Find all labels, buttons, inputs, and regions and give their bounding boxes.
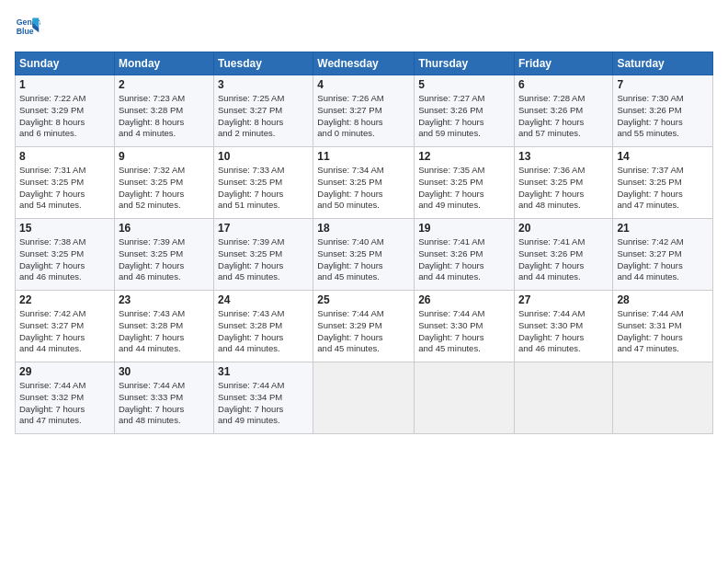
day-number: 1 <box>19 78 110 91</box>
calendar-cell: 16Sunrise: 7:39 AM Sunset: 3:25 PM Dayli… <box>114 219 213 291</box>
day-info: Sunrise: 7:22 AM Sunset: 3:29 PM Dayligh… <box>19 93 110 140</box>
calendar-cell: 15Sunrise: 7:38 AM Sunset: 3:25 PM Dayli… <box>16 219 115 291</box>
calendar-day-header: Sunday <box>16 52 115 75</box>
day-number: 8 <box>19 150 110 163</box>
calendar-cell: 18Sunrise: 7:40 AM Sunset: 3:25 PM Dayli… <box>313 219 415 291</box>
day-info: Sunrise: 7:42 AM Sunset: 3:27 PM Dayligh… <box>617 236 709 283</box>
calendar-cell: 20Sunrise: 7:41 AM Sunset: 3:26 PM Dayli… <box>514 219 612 291</box>
day-info: Sunrise: 7:32 AM Sunset: 3:25 PM Dayligh… <box>119 165 210 212</box>
calendar-cell: 17Sunrise: 7:39 AM Sunset: 3:25 PM Dayli… <box>214 219 313 291</box>
calendar-day-header: Saturday <box>613 52 713 75</box>
day-number: 13 <box>518 150 609 163</box>
calendar-cell: 1Sunrise: 7:22 AM Sunset: 3:29 PM Daylig… <box>16 75 115 147</box>
day-number: 15 <box>19 222 110 235</box>
calendar-day-header: Monday <box>114 52 213 75</box>
calendar-cell: 10Sunrise: 7:33 AM Sunset: 3:25 PM Dayli… <box>214 147 313 219</box>
day-number: 2 <box>119 78 210 91</box>
day-number: 7 <box>617 78 709 91</box>
day-info: Sunrise: 7:44 AM Sunset: 3:30 PM Dayligh… <box>418 308 510 355</box>
calendar-day-header: Friday <box>514 52 612 75</box>
calendar-cell: 19Sunrise: 7:41 AM Sunset: 3:26 PM Dayli… <box>415 219 515 291</box>
calendar-cell: 24Sunrise: 7:43 AM Sunset: 3:28 PM Dayli… <box>214 291 313 362</box>
calendar-header-row: SundayMondayTuesdayWednesdayThursdayFrid… <box>16 52 713 75</box>
calendar-day-header: Wednesday <box>313 52 415 75</box>
day-info: Sunrise: 7:44 AM Sunset: 3:29 PM Dayligh… <box>317 308 410 355</box>
calendar-cell: 5Sunrise: 7:27 AM Sunset: 3:26 PM Daylig… <box>415 75 515 147</box>
calendar-cell <box>313 362 415 434</box>
day-number: 14 <box>617 150 709 163</box>
day-number: 10 <box>218 150 309 163</box>
day-number: 27 <box>518 293 609 306</box>
calendar-cell: 9Sunrise: 7:32 AM Sunset: 3:25 PM Daylig… <box>114 147 213 219</box>
day-number: 24 <box>218 293 309 306</box>
day-info: Sunrise: 7:41 AM Sunset: 3:26 PM Dayligh… <box>418 236 510 283</box>
calendar-cell: 29Sunrise: 7:44 AM Sunset: 3:32 PM Dayli… <box>16 362 115 434</box>
calendar-cell: 2Sunrise: 7:23 AM Sunset: 3:28 PM Daylig… <box>114 75 213 147</box>
day-info: Sunrise: 7:42 AM Sunset: 3:27 PM Dayligh… <box>19 308 110 355</box>
day-info: Sunrise: 7:37 AM Sunset: 3:25 PM Dayligh… <box>617 165 709 212</box>
day-number: 11 <box>317 150 410 163</box>
day-number: 19 <box>418 222 510 235</box>
day-info: Sunrise: 7:27 AM Sunset: 3:26 PM Dayligh… <box>418 93 510 140</box>
calendar-day-header: Tuesday <box>214 52 313 75</box>
calendar-cell: 8Sunrise: 7:31 AM Sunset: 3:25 PM Daylig… <box>16 147 115 219</box>
day-info: Sunrise: 7:33 AM Sunset: 3:25 PM Dayligh… <box>218 165 309 212</box>
day-info: Sunrise: 7:44 AM Sunset: 3:34 PM Dayligh… <box>218 380 309 427</box>
day-info: Sunrise: 7:23 AM Sunset: 3:28 PM Dayligh… <box>119 93 210 140</box>
day-info: Sunrise: 7:39 AM Sunset: 3:25 PM Dayligh… <box>119 236 210 283</box>
calendar-cell <box>514 362 612 434</box>
calendar-cell: 27Sunrise: 7:44 AM Sunset: 3:30 PM Dayli… <box>514 291 612 362</box>
logo: General Blue <box>15 15 44 40</box>
day-number: 3 <box>218 78 309 91</box>
day-number: 12 <box>418 150 510 163</box>
day-number: 26 <box>418 293 510 306</box>
day-info: Sunrise: 7:41 AM Sunset: 3:26 PM Dayligh… <box>518 236 609 283</box>
day-info: Sunrise: 7:44 AM Sunset: 3:31 PM Dayligh… <box>617 308 709 355</box>
calendar-cell: 23Sunrise: 7:43 AM Sunset: 3:28 PM Dayli… <box>114 291 213 362</box>
day-number: 30 <box>119 365 210 378</box>
day-info: Sunrise: 7:40 AM Sunset: 3:25 PM Dayligh… <box>317 236 410 283</box>
day-info: Sunrise: 7:35 AM Sunset: 3:25 PM Dayligh… <box>418 165 510 212</box>
day-number: 6 <box>518 78 609 91</box>
calendar-cell: 21Sunrise: 7:42 AM Sunset: 3:27 PM Dayli… <box>613 219 713 291</box>
day-number: 18 <box>317 222 410 235</box>
day-info: Sunrise: 7:43 AM Sunset: 3:28 PM Dayligh… <box>119 308 210 355</box>
day-info: Sunrise: 7:28 AM Sunset: 3:26 PM Dayligh… <box>518 93 609 140</box>
day-info: Sunrise: 7:39 AM Sunset: 3:25 PM Dayligh… <box>218 236 309 283</box>
day-info: Sunrise: 7:44 AM Sunset: 3:32 PM Dayligh… <box>19 380 110 427</box>
day-info: Sunrise: 7:26 AM Sunset: 3:27 PM Dayligh… <box>317 93 410 140</box>
calendar-week-row: 29Sunrise: 7:44 AM Sunset: 3:32 PM Dayli… <box>16 362 713 434</box>
calendar-cell: 12Sunrise: 7:35 AM Sunset: 3:25 PM Dayli… <box>415 147 515 219</box>
day-info: Sunrise: 7:31 AM Sunset: 3:25 PM Dayligh… <box>19 165 110 212</box>
page-header: General Blue <box>15 15 713 40</box>
day-number: 28 <box>617 293 709 306</box>
day-number: 17 <box>218 222 309 235</box>
calendar-cell: 4Sunrise: 7:26 AM Sunset: 3:27 PM Daylig… <box>313 75 415 147</box>
logo-icon: General Blue <box>15 15 40 40</box>
day-number: 5 <box>418 78 510 91</box>
calendar-cell: 25Sunrise: 7:44 AM Sunset: 3:29 PM Dayli… <box>313 291 415 362</box>
day-number: 16 <box>119 222 210 235</box>
calendar-cell: 6Sunrise: 7:28 AM Sunset: 3:26 PM Daylig… <box>514 75 612 147</box>
day-info: Sunrise: 7:30 AM Sunset: 3:26 PM Dayligh… <box>617 93 709 140</box>
calendar-cell <box>613 362 713 434</box>
day-number: 21 <box>617 222 709 235</box>
calendar-cell: 28Sunrise: 7:44 AM Sunset: 3:31 PM Dayli… <box>613 291 713 362</box>
calendar-week-row: 15Sunrise: 7:38 AM Sunset: 3:25 PM Dayli… <box>16 219 713 291</box>
day-number: 4 <box>317 78 410 91</box>
calendar-cell: 7Sunrise: 7:30 AM Sunset: 3:26 PM Daylig… <box>613 75 713 147</box>
day-number: 25 <box>317 293 410 306</box>
day-info: Sunrise: 7:34 AM Sunset: 3:25 PM Dayligh… <box>317 165 410 212</box>
svg-text:Blue: Blue <box>17 27 34 36</box>
calendar-cell: 14Sunrise: 7:37 AM Sunset: 3:25 PM Dayli… <box>613 147 713 219</box>
day-info: Sunrise: 7:44 AM Sunset: 3:33 PM Dayligh… <box>119 380 210 427</box>
day-number: 23 <box>119 293 210 306</box>
day-info: Sunrise: 7:44 AM Sunset: 3:30 PM Dayligh… <box>518 308 609 355</box>
calendar-cell: 13Sunrise: 7:36 AM Sunset: 3:25 PM Dayli… <box>514 147 612 219</box>
calendar-cell: 11Sunrise: 7:34 AM Sunset: 3:25 PM Dayli… <box>313 147 415 219</box>
day-info: Sunrise: 7:36 AM Sunset: 3:25 PM Dayligh… <box>518 165 609 212</box>
calendar-week-row: 8Sunrise: 7:31 AM Sunset: 3:25 PM Daylig… <box>16 147 713 219</box>
calendar-cell: 31Sunrise: 7:44 AM Sunset: 3:34 PM Dayli… <box>214 362 313 434</box>
day-number: 29 <box>19 365 110 378</box>
calendar-cell: 22Sunrise: 7:42 AM Sunset: 3:27 PM Dayli… <box>16 291 115 362</box>
